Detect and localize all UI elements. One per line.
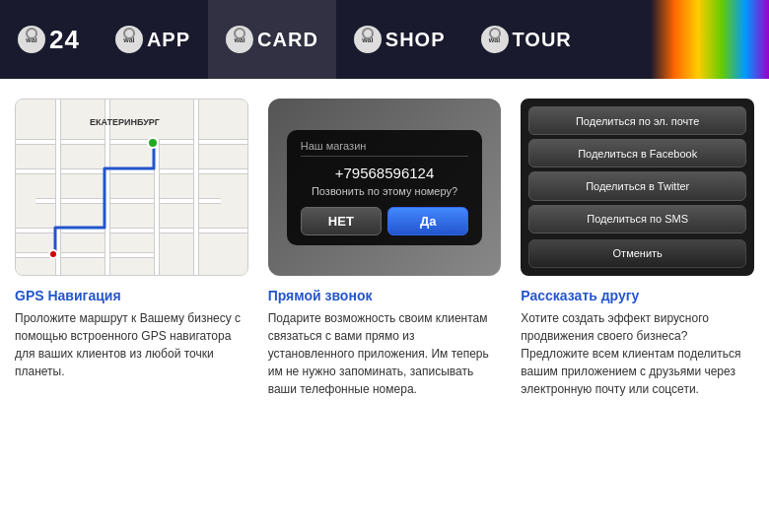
share-container: Поделиться по эл. почте Поделиться в Fac…	[521, 99, 754, 276]
share-btn-facebook[interactable]: Поделиться в Facebook	[528, 139, 746, 167]
phone-dialog: Наш магазин +79568596124 Позвонить по эт…	[287, 130, 483, 245]
dialog-subtitle: Позвонить по этому номеру?	[301, 185, 469, 197]
wai-logo-card: wai	[226, 26, 253, 53]
map-container: ЕКАТЕРИНБУРГ	[15, 99, 248, 276]
nav-bar: wai 24 wai APP wai CARD wai SHOP wai	[0, 0, 769, 79]
nav-item-shop[interactable]: wai SHOP	[336, 0, 463, 79]
map-background: ЕКАТЕРИНБУРГ	[16, 100, 247, 275]
map-pin-green	[147, 137, 159, 149]
column-share: Поделиться по эл. почте Поделиться в Fac…	[521, 99, 754, 398]
nav-item-24[interactable]: wai 24	[0, 0, 98, 79]
feature-text-call: Подарите возможность своим клиентам связ…	[268, 309, 502, 398]
wai-logo-app: wai	[115, 26, 143, 53]
feature-text-share: Хотите создать эффект вирусного продвиже…	[521, 309, 754, 398]
btn-yes[interactable]: Да	[387, 207, 468, 235]
dialog-title: Наш магазин	[301, 140, 469, 157]
main-content: ЕКАТЕРИНБУРГ GPS Навигация Проложите мар…	[0, 79, 769, 418]
wai-logo-24: wai	[18, 26, 45, 53]
phone-container: Наш магазин +79568596124 Позвонить по эт…	[268, 99, 502, 276]
feature-title-share: Рассказать другу	[521, 288, 754, 303]
nav-label-app: APP	[147, 29, 190, 51]
dialog-buttons: НЕТ Да	[301, 207, 469, 235]
share-btn-sms[interactable]: Поделиться по SMS	[528, 205, 746, 233]
map-route-svg	[16, 100, 247, 275]
share-btn-twitter[interactable]: Поделиться в Twitter	[528, 171, 746, 200]
feature-title-gps: GPS Навигация	[15, 288, 248, 303]
feature-title-call: Прямой звонок	[268, 288, 502, 303]
nav-label-shop: SHOP	[385, 29, 446, 51]
nav-item-tour[interactable]: wai TOUR	[463, 0, 590, 79]
wai-logo-shop: wai	[354, 26, 382, 53]
feature-text-gps: Проложите маршрут к Вашему бизнесу с пом…	[15, 309, 248, 380]
header: wai 24 wai APP wai CARD wai SHOP wai	[0, 0, 769, 79]
share-btn-email[interactable]: Поделиться по эл. почте	[528, 106, 746, 135]
nav-label-24: 24	[49, 25, 80, 55]
column-gps: ЕКАТЕРИНБУРГ GPS Навигация Проложите мар…	[15, 99, 248, 398]
nav-item-app[interactable]: wai APP	[98, 0, 208, 79]
nav-label-tour: TOUR	[513, 29, 572, 51]
dialog-number: +79568596124	[301, 165, 469, 181]
map-pin-red	[48, 249, 58, 259]
share-btn-cancel[interactable]: Отменить	[528, 239, 746, 268]
wai-logo-tour: wai	[481, 26, 509, 53]
nav-label-card: CARD	[257, 29, 318, 51]
nav-item-card[interactable]: wai CARD	[208, 0, 336, 79]
column-call: Наш магазин +79568596124 Позвонить по эт…	[268, 99, 502, 398]
btn-no[interactable]: НЕТ	[301, 207, 382, 235]
